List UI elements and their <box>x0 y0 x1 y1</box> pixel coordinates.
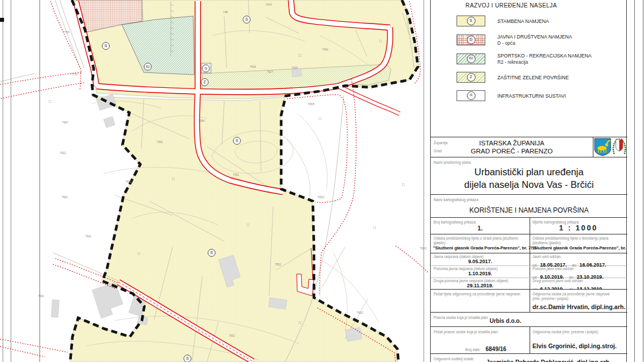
county-name: ISTARSKA ŽUPANIJA <box>431 140 593 147</box>
plan-map: SR2SISZSSS 77567753768776127681764179417… <box>0 0 428 362</box>
review-date: 9.05.2017. <box>431 259 530 264</box>
zone-code-badge: S <box>467 17 476 25</box>
city-name: GRAD POREČ - PARENZO <box>431 148 593 155</box>
plan-name-line1: Urbanistički plan uređenja <box>431 167 627 178</box>
review-date: 29.11.2019. <box>431 283 530 288</box>
zone-code-badge: R2 <box>467 55 476 63</box>
zone-marker-text: S <box>210 251 213 255</box>
map-name-label: Naziv kartografskog prikaza <box>434 198 478 202</box>
decision-make-label: Odluka predstavničkog tijela o izradi pl… <box>434 236 526 245</box>
parcel-number: 7651 <box>229 334 235 337</box>
legend-swatch-public: D <box>457 34 485 45</box>
parcel-number: 7687 <box>62 121 68 124</box>
responsible-person-label: Odgovorna osoba za provođenje javne rasp… <box>532 292 619 301</box>
parcel-number: 7402 <box>322 48 328 51</box>
legend-title: RAZVOJ I UREĐENJE NASELJA <box>431 2 592 9</box>
fold-mark <box>0 18 4 22</box>
row-map-name: Naziv kartografskog prikaza KORIŠTENJE I… <box>431 194 627 217</box>
map-number-label: Broj kartografskog prikaza <box>434 220 476 225</box>
parcel-number: 7426 <box>292 67 298 70</box>
decision-adopt-label: Odluka predstavničkog tijela o donošenju… <box>532 236 624 245</box>
row-decisions: Odluka predstavničkog tijela o izradi pl… <box>431 234 627 253</box>
row-lead-designer: Odgovorni voditelj izrade (ime, prezime … <box>431 353 627 362</box>
parcel-number: 765/1 <box>356 311 363 314</box>
parcel-number: 7681 <box>62 196 68 199</box>
row-public-reviews: Javna rasprava (datum objave) 9.05.2017.… <box>431 253 627 289</box>
zone-code-badge: Z <box>467 73 476 82</box>
legend-swatch-residential: S <box>457 16 485 26</box>
legal-seal-label: Pečat pravne osobe koja je izradila plan… <box>434 330 526 334</box>
scale-value: 1 : 1000 <box>530 224 627 232</box>
parcel-number: 760/3 <box>420 247 427 250</box>
zone-marker-text: S <box>246 17 248 21</box>
legend-swatch-sport: R2 <box>457 53 485 64</box>
row-seal-person: Pečat tijela odgovornog za provođenje ja… <box>431 289 627 312</box>
zone-code-badge: IS <box>467 91 476 100</box>
parcel-number: 7418 <box>250 66 256 68</box>
row-legal-seal: Pečat pravne osobe koja je izradila plan… <box>431 326 627 353</box>
decision-adopt: "Službeni glasnik Grada Poreča-Parenzo",… <box>532 245 627 251</box>
elaborate-number: Broj elab: 6849/16 <box>465 343 507 353</box>
parcel-number: 7642 <box>125 180 132 183</box>
parcel-number: 7427 <box>267 71 273 74</box>
legend-titleblock-panel: RAZVOJ I UREĐENJE NASELJA S STAMBENA NAM… <box>430 0 627 362</box>
parcel-number: 7756 <box>63 31 70 34</box>
legend-swatch-infrastructure: IS <box>457 90 485 101</box>
parcel-number: 748 <box>223 11 228 14</box>
parcel-number: 7474 <box>266 3 272 6</box>
row-legal-person: Pravna osoba koja je izradila plan: Urbi… <box>431 312 627 326</box>
zone-marker-text: S <box>186 356 189 360</box>
parcel-number: 7941 <box>38 295 44 298</box>
review-date: 1.10.2019. <box>431 271 530 276</box>
plan-name-line2: dijela naselja Nova Vas - Brčići <box>431 179 627 190</box>
parcel-number: 7531 <box>233 174 239 176</box>
zone-marker-text: R2 <box>146 65 150 68</box>
parcel-number: 7641 <box>85 235 91 238</box>
parcel-number: 7364 <box>198 120 205 122</box>
zone-marker-text: S <box>236 138 239 143</box>
legend-sublabel-sport: R2 - rekreacija <box>497 59 528 66</box>
parcel-number: 765/3 <box>317 196 324 199</box>
zone-marker-text: IS <box>205 67 208 70</box>
legend-label-sport: SPORTSKO - REKREACIJSKA NAMJENA <box>497 53 592 59</box>
zone-marker-text: Z <box>204 80 206 84</box>
seal-label: Pečat tijela odgovornog za provođenje ja… <box>434 292 526 296</box>
lead-designer-label: Odgovorni voditelj izrade <box>434 357 473 361</box>
legend-label-green: ZAŠTITNE ZELENE POVRŠINE <box>497 75 569 81</box>
parcel-number: 7652 <box>275 263 281 266</box>
row-plan-name: Naziv prostornog plana Urbanistički plan… <box>431 157 627 194</box>
legend-label-infrastructure: INFRASTRUKTURNI SUSTAVI <box>497 93 566 99</box>
porec-coat-of-arms <box>612 138 627 156</box>
decision-make: "Službeni glasnik Grada Poreča-Parenzo",… <box>433 245 537 251</box>
review-period: od: 6.12.2019. do: 13.12.2019. <box>532 283 603 289</box>
legend-label-residential: STAMBENA NAMJENA <box>497 18 549 25</box>
row-number-scale: Broj kartografskog prikaza 1. Mjerilo ka… <box>431 217 627 234</box>
parcel-number: 7365 <box>156 141 163 144</box>
legend-sublabel-public: D - opća <box>497 40 515 47</box>
legal-person: Urbis d.o.o. <box>454 318 557 324</box>
lead-designer: Jasminka Peharda Doblanović, dipl.ing.ar… <box>482 359 615 362</box>
map-number: 1. <box>431 225 530 232</box>
legend-label-public: JAVNA I DRUŠTVENA NAMJENA <box>497 34 572 40</box>
plan-sheet: SR2SISZSSS 77567753768776127681764179417… <box>0 0 644 362</box>
responsible-person2-label: Odgovorna osoba (ime, prezime i potpis): <box>532 330 622 334</box>
zone-marker-text: S <box>105 44 108 48</box>
parcel-number: 765/5 <box>308 103 315 106</box>
sheet-frame-line <box>643 0 643 362</box>
row-county-city: Županija Grad ISTARSKA ŽUPANIJA GRAD POR… <box>431 137 627 157</box>
istria-coat-of-arms <box>594 138 611 156</box>
sheet-frame-line <box>634 0 635 362</box>
responsible-person: dr.sc.Damir Hrvatin, dipl.ing.arh. <box>532 303 626 310</box>
map-name: KORIŠTENJE I NAMJENA POVRŠINA <box>431 206 627 214</box>
legend-swatch-green: Z <box>457 72 485 83</box>
parcel-number: 7753 <box>71 73 78 76</box>
plan-name-label: Naziv prostornog plana <box>434 160 471 165</box>
parcel-number: 7612 <box>60 152 66 155</box>
responsible-person2: Elvis Grgorinić, dipl.ing.stroj. <box>532 342 616 349</box>
zone-code-badge: D <box>467 36 476 44</box>
